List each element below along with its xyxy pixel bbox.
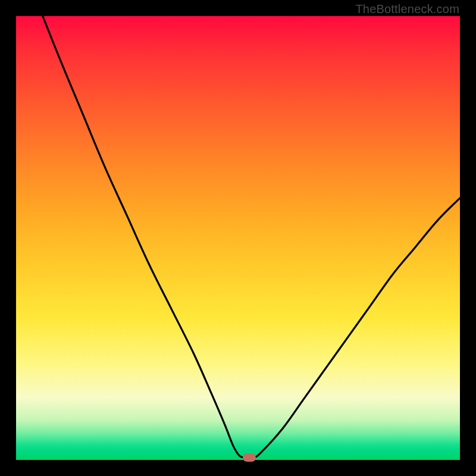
bottleneck-curve <box>16 16 460 460</box>
plot-area <box>16 16 460 460</box>
chart-frame: TheBottleneck.com <box>0 0 476 476</box>
attribution-text: TheBottleneck.com <box>355 2 459 16</box>
optimum-marker <box>243 453 256 462</box>
